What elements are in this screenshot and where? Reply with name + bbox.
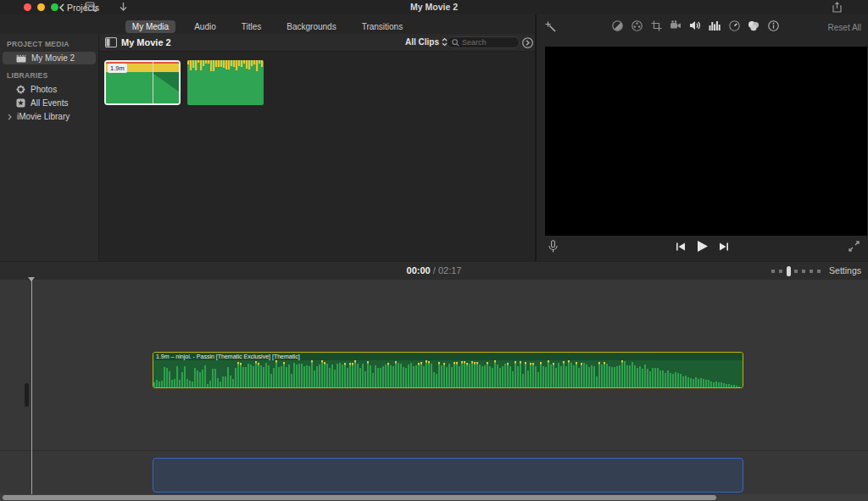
timeline-vertical-scrollbar[interactable] (25, 383, 29, 407)
browser-clip-2[interactable] (187, 60, 264, 105)
clip-duration-badge: 1.9m (108, 64, 127, 73)
sidebar-item-label: iMovie Library (17, 112, 70, 121)
sidebar-item-label: All Events (31, 98, 68, 108)
background-music-well[interactable] (153, 458, 743, 493)
clapperboard-icon (16, 54, 26, 63)
waveform-svg (153, 360, 742, 387)
circled-arrow-icon[interactable] (522, 37, 533, 48)
share-icon[interactable] (832, 2, 842, 13)
skimmer-line (153, 62, 153, 103)
sidebar-item-photos[interactable]: Photos (3, 83, 96, 96)
sidebar: PROJECT MEDIA My Movie 2 LIBRARIES (0, 34, 99, 261)
tab-backgrounds[interactable]: Backgrounds (280, 20, 342, 33)
fullscreen-icon[interactable] (849, 241, 860, 252)
media-tab-bar: My Media Audio Titles Backgrounds Transi… (0, 20, 535, 33)
adjust-toolbar: Reset All (537, 19, 868, 35)
search-field[interactable] (447, 36, 520, 48)
playhead-line (31, 279, 32, 494)
clip-waveform-spikes (187, 60, 264, 72)
chevron-right-icon (8, 114, 12, 120)
previous-frame-button[interactable] (676, 242, 686, 252)
sidebar-item-label: My Movie 2 (31, 53, 75, 63)
window-titlebar: Projects My Movie 2 (0, 0, 868, 14)
timeline-zoom-slider[interactable] (771, 270, 824, 273)
search-input[interactable] (462, 38, 513, 47)
video-preview[interactable] (545, 47, 867, 236)
zoom-slider-thumb[interactable] (787, 266, 791, 276)
color-balance-icon[interactable] (611, 19, 623, 31)
reset-all-button[interactable]: Reset All (828, 23, 861, 32)
playback-controls (537, 236, 868, 261)
media-browser: My Movie 2 All Clips (99, 34, 535, 261)
timeline-audio-clip[interactable]: 1.9m – ninjoi. - Passin [Thematic Exclus… (153, 352, 743, 388)
time-readout: 00:00 / 02:17 (0, 265, 868, 276)
audio-clip-label: 1.9m – ninjoi. - Passin [Thematic Exclus… (153, 353, 743, 360)
upper-pane: My Media Audio Titles Backgrounds Transi… (0, 14, 868, 261)
next-frame-button[interactable] (719, 242, 729, 252)
star-icon (16, 98, 25, 108)
sidebar-item-label: Photos (31, 85, 57, 94)
clip-info-icon[interactable] (767, 19, 779, 31)
viewer-pane: Reset All (535, 14, 868, 261)
timeline-settings-button[interactable]: Settings (829, 265, 861, 276)
total-duration: 02:17 (438, 265, 462, 276)
color-correction-icon[interactable] (631, 19, 643, 31)
tab-audio[interactable]: Audio (187, 20, 223, 33)
volume-icon[interactable] (689, 19, 701, 31)
stabilization-icon[interactable] (670, 19, 682, 31)
enhance-wand-icon[interactable] (545, 21, 557, 33)
timeline-toolbar: 00:00 / 02:17 Settings (0, 261, 868, 280)
timeline-area[interactable]: 1.9m – ninjoi. - Passin [Thematic Exclus… (0, 280, 868, 501)
speed-icon[interactable] (728, 19, 740, 31)
tab-titles[interactable]: Titles (235, 20, 269, 33)
browser-clip-1[interactable]: 1.9m (104, 60, 181, 105)
sidebar-toggle-icon[interactable] (105, 37, 117, 47)
horizontal-scrollbar-thumb[interactable] (3, 495, 716, 500)
browser-header: My Movie 2 All Clips (99, 34, 535, 52)
tab-transitions[interactable]: Transitions (355, 20, 410, 33)
libraries-header: LIBRARIES (0, 65, 98, 82)
browser-title: My Movie 2 (121, 37, 171, 47)
timeline-horizontal-scrollbar[interactable] (0, 494, 868, 501)
all-clips-filter[interactable]: All Clips (405, 37, 448, 47)
sidebar-item-my-movie-2[interactable]: My Movie 2 (3, 52, 96, 64)
clip-filter-icon[interactable] (748, 19, 760, 31)
window-title: My Movie 2 (0, 2, 868, 12)
search-icon (452, 39, 459, 47)
sidebar-item-all-events[interactable]: All Events (3, 97, 96, 109)
play-button[interactable] (696, 240, 709, 253)
sidebar-item-imovie-library[interactable]: iMovie Library (3, 110, 96, 123)
project-media-header: PROJECT MEDIA (0, 34, 98, 51)
filter-label: All Clips (405, 37, 439, 47)
tab-my-media[interactable]: My Media (125, 20, 175, 33)
audio-clip-waveform (153, 360, 743, 387)
photos-pinwheel-icon (16, 85, 25, 94)
crop-icon[interactable] (650, 19, 662, 31)
current-time: 00:00 (407, 265, 431, 276)
track-divider (0, 450, 868, 451)
noise-reduction-icon[interactable] (709, 19, 721, 31)
